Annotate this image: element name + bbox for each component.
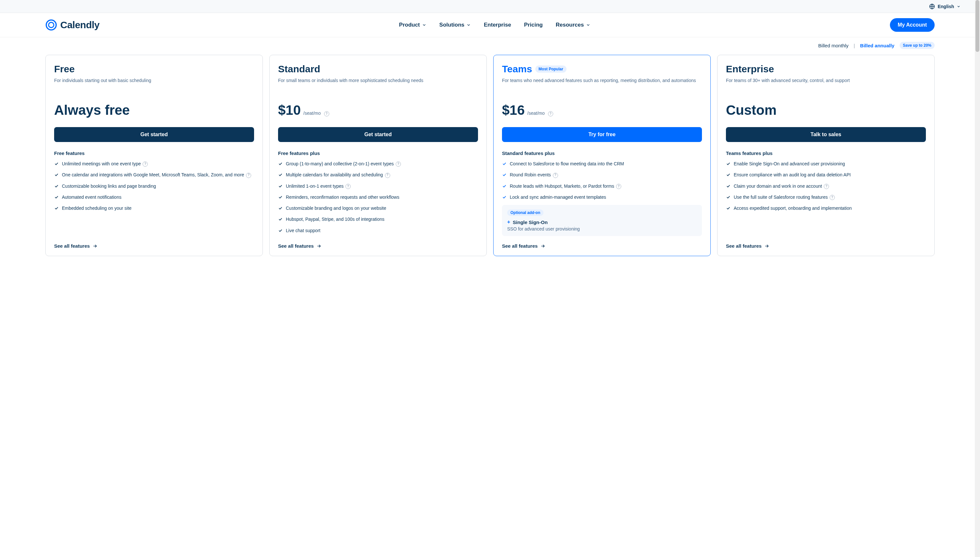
plan-cta-button[interactable]: Talk to sales — [726, 127, 926, 142]
nav-link-solutions[interactable]: Solutions — [439, 22, 471, 28]
info-icon[interactable]: ? — [385, 173, 390, 178]
brand-logo[interactable]: Calendly — [46, 19, 99, 31]
info-icon[interactable]: ? — [553, 173, 558, 178]
arrow-right-icon — [540, 243, 545, 249]
feature-item: Live chat support — [278, 227, 478, 234]
plan-card-enterprise: Enterprise For teams of 30+ with advance… — [717, 55, 934, 256]
feature-text: Round Robin events ? — [510, 171, 558, 178]
nav-link-pricing[interactable]: Pricing — [524, 22, 543, 28]
price: $16 /seat/mo ? — [502, 103, 702, 119]
feature-item: Ensure compliance with an audit log and … — [726, 171, 926, 178]
scrollbar[interactable] — [975, 0, 980, 264]
plan-name: Teams — [502, 64, 532, 75]
check-icon — [278, 195, 283, 199]
feature-text: Embedded scheduling on your site — [62, 205, 132, 212]
feature-item: Unlimited 1-on-1 event types ? — [278, 183, 478, 189]
nav-link-label: Solutions — [439, 22, 465, 28]
plan-description: For small teams or individuals with more… — [278, 77, 478, 98]
feature-text: Claim your domain and work in one accoun… — [734, 183, 829, 189]
check-icon — [502, 184, 507, 188]
arrow-right-icon — [764, 243, 769, 249]
feature-text: Ensure compliance with an audit log and … — [734, 171, 851, 178]
plan-cta-button[interactable]: Get started — [54, 127, 254, 142]
info-icon[interactable]: ? — [324, 111, 329, 116]
plan-description: For teams who need advanced features suc… — [502, 77, 702, 98]
feature-item: Hubspot, Paypal, Stripe, and 100s of int… — [278, 216, 478, 222]
save-badge: Save up to 20% — [900, 42, 934, 49]
language-switcher[interactable]: English — [929, 3, 960, 10]
nav-link-product[interactable]: Product — [399, 22, 426, 28]
plan-cta-button[interactable]: Try for free — [502, 127, 702, 142]
feature-item: Automated event notifications — [54, 194, 254, 200]
feature-item: Group (1-to-many) and collective (2-on-1… — [278, 161, 478, 167]
feature-text: Multiple calendars for availability and … — [286, 171, 390, 178]
info-icon[interactable]: ? — [830, 195, 835, 200]
plan-card-free: Free For individuals starting out with b… — [46, 55, 263, 256]
price-label: Always free — [54, 103, 130, 118]
nav-links: ProductSolutionsEnterprisePricingResourc… — [399, 22, 590, 28]
feature-item: Connect to Salesforce to flow meeting da… — [502, 161, 702, 167]
scrollbar-thumb[interactable] — [975, 0, 979, 52]
feature-text: Customizable branding and logos on your … — [286, 205, 386, 212]
see-all-features-link[interactable]: See all features — [726, 236, 926, 249]
info-icon[interactable]: ? — [396, 161, 401, 167]
billed-monthly-option[interactable]: Billed monthly — [818, 43, 848, 48]
my-account-button[interactable]: My Account — [890, 18, 934, 32]
feature-text: Live chat support — [286, 227, 320, 234]
feature-text: Enable Single Sign-On and advanced user … — [734, 161, 845, 167]
billed-annually-option[interactable]: Billed annually — [860, 43, 894, 48]
price-amount: $16 — [502, 103, 525, 118]
price-label: Custom — [726, 103, 777, 118]
feature-item: Route leads with Hubspot, Marketo, or Pa… — [502, 183, 702, 189]
info-icon[interactable]: ? — [616, 184, 621, 189]
check-icon — [278, 217, 283, 221]
arrow-right-icon — [93, 243, 98, 249]
nav-link-resources[interactable]: Resources — [556, 22, 590, 28]
plan-description: For teams of 30+ with advanced security,… — [726, 77, 926, 98]
check-icon — [278, 184, 283, 188]
check-icon — [278, 228, 283, 233]
nav-link-label: Resources — [556, 22, 584, 28]
info-icon[interactable]: ? — [143, 161, 148, 167]
feature-item: Enable Single Sign-On and advanced user … — [726, 161, 926, 167]
chevron-down-icon — [957, 5, 960, 8]
navbar: Calendly ProductSolutionsEnterprisePrici… — [0, 13, 980, 37]
addon-desc: SSO for advanced user provisioning — [507, 226, 697, 231]
plan-cta-button[interactable]: Get started — [278, 127, 478, 142]
see-all-features-link[interactable]: See all features — [54, 236, 254, 249]
see-all-features-link[interactable]: See all features — [502, 236, 702, 249]
feature-list: Group (1-to-many) and collective (2-on-1… — [278, 161, 478, 236]
see-all-label: See all features — [278, 243, 314, 249]
price-amount: $10 — [278, 103, 301, 118]
check-icon — [726, 161, 730, 166]
info-icon[interactable]: ? — [345, 184, 351, 189]
info-icon[interactable]: ? — [824, 184, 829, 189]
check-icon — [278, 206, 283, 210]
check-icon — [726, 195, 730, 199]
feature-text: Lock and sync admin-managed event templa… — [510, 194, 606, 200]
info-icon[interactable]: ? — [246, 173, 251, 178]
check-icon — [54, 161, 59, 166]
check-icon — [502, 195, 507, 199]
plan-card-standard: Standard For small teams or individuals … — [269, 55, 487, 256]
svg-point-2 — [49, 22, 54, 28]
see-all-label: See all features — [502, 243, 538, 249]
info-icon[interactable]: ? — [548, 111, 553, 116]
feature-text: Unlimited meetings with one event type ? — [62, 161, 148, 167]
feature-list: Unlimited meetings with one event type ?… — [54, 161, 254, 236]
check-icon — [54, 173, 59, 177]
price: Always free — [54, 103, 254, 119]
nav-link-enterprise[interactable]: Enterprise — [484, 22, 511, 28]
pricing-plans: Free For individuals starting out with b… — [0, 55, 980, 264]
feature-item: Unlimited meetings with one event type ? — [54, 161, 254, 167]
plan-description: For individuals starting out with basic … — [54, 77, 254, 98]
see-all-features-link[interactable]: See all features — [278, 236, 478, 249]
check-icon — [54, 184, 59, 188]
feature-item: Claim your domain and work in one accoun… — [726, 183, 926, 189]
price: Custom — [726, 103, 926, 119]
check-icon — [54, 206, 59, 210]
calendly-logo-icon — [46, 19, 57, 31]
language-label: English — [938, 4, 954, 9]
feature-item: Reminders, reconfirmation requests and o… — [278, 194, 478, 200]
brand-name: Calendly — [60, 20, 99, 31]
